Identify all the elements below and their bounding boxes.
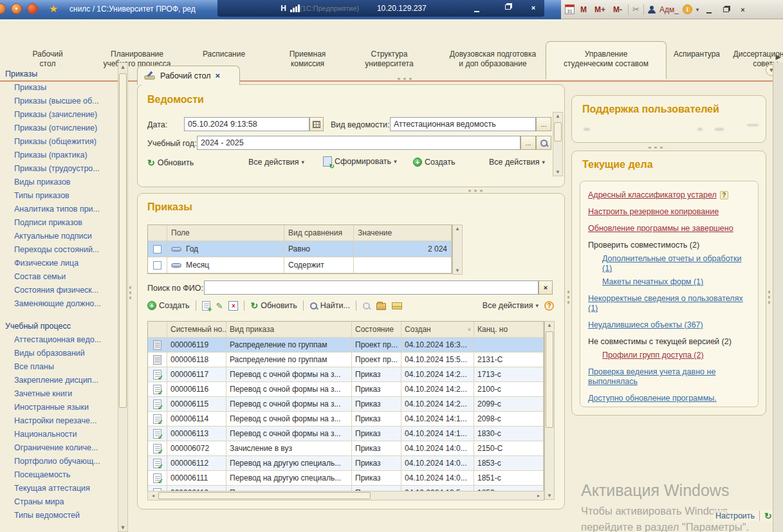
current-user-label[interactable]: Адм_ <box>659 5 679 14</box>
year-select-button[interactable]: ... <box>520 136 536 150</box>
scrollbar-thumb[interactable] <box>158 492 371 499</box>
splitter-grip[interactable] <box>129 286 131 299</box>
generate-button[interactable]: Сформировать▾ <box>323 156 397 167</box>
order-row[interactable]: 000006119Распределение по группамПроект … <box>148 338 544 353</box>
todo-link[interactable]: Неудалившиеся объекты (367) <box>588 320 751 330</box>
splitter-grip[interactable] <box>567 291 569 304</box>
column-header[interactable]: Значение <box>354 225 452 241</box>
sidebar-item[interactable]: Настройки перезаче... <box>5 414 118 428</box>
todo-link[interactable]: Настроить резервное копирование <box>588 207 751 217</box>
order-row[interactable]: 000006118Распределение по группамПроект … <box>148 353 544 367</box>
sidebar-item[interactable]: Национальности <box>5 428 118 441</box>
clipboard-icon[interactable]: ✂ <box>632 5 640 14</box>
column-header[interactable]: Поле <box>167 225 284 241</box>
scroll-up-icon[interactable]: ▲ <box>453 226 462 232</box>
section-tab-7[interactable]: Управлениестуденческим составом <box>546 41 667 79</box>
sidebar-item[interactable]: Приказы (отчисление) <box>5 122 118 135</box>
scroll-up-icon[interactable]: ▲ <box>553 113 562 119</box>
scroll-left-icon[interactable]: ◂ <box>149 491 158 500</box>
calc-m-button[interactable]: M <box>578 5 589 14</box>
order-row[interactable]: 000006116Перевод с очной формы на з...Пр… <box>148 382 544 397</box>
tab-overflow-arrow-icon[interactable]: ▶ <box>776 53 781 61</box>
checkbox[interactable] <box>153 261 161 270</box>
remote-minimize-button[interactable] <box>470 5 484 12</box>
calendar-icon[interactable]: 31 <box>565 5 575 14</box>
scroll-down-icon[interactable]: ▼ <box>118 524 127 531</box>
minimize-button[interactable] <box>703 6 715 14</box>
sidebar-item[interactable]: Приказы (зачисление) <box>5 108 118 122</box>
vedomost-type-input[interactable]: Аттестационная ведомость <box>390 117 536 131</box>
refresh-icon[interactable]: ↻ <box>764 511 772 521</box>
column-header[interactable]: Состояние <box>352 322 401 337</box>
create-order-button[interactable]: +Создать <box>147 301 190 310</box>
configure-button[interactable]: Настроить <box>715 511 755 520</box>
sidebar-item[interactable]: Приказы (общежития) <box>5 135 118 149</box>
workspace-tab[interactable]: Рабочий стол × <box>137 66 240 85</box>
scroll-down-icon[interactable]: ▼ <box>453 268 462 273</box>
splitter-grip[interactable] <box>398 78 412 80</box>
year-search-button[interactable] <box>536 136 551 150</box>
vedomost-type-select-button[interactable]: ... <box>536 117 551 131</box>
sidebar-item[interactable]: Виды образований <box>5 347 118 360</box>
sidebar-item[interactable]: Приказы (практика) <box>5 149 118 162</box>
sidebar-item[interactable]: Текущая аттестация <box>5 482 118 495</box>
order-row[interactable]: 000006117Перевод с очной формы на з...Пр… <box>148 367 544 382</box>
date-input[interactable]: 05.10.2024 9:13:58 <box>184 117 309 131</box>
checkbox[interactable] <box>153 245 161 253</box>
order-row[interactable]: 000006111Перевод на другую специаль...Пр… <box>148 471 544 486</box>
filter-row[interactable]: МесяцСодержит <box>148 257 452 273</box>
copy-item-icon[interactable] <box>202 301 210 311</box>
todo-link[interactable]: Проверка ведения учета давно не выполнял… <box>588 367 751 387</box>
mail-icon[interactable] <box>392 302 402 309</box>
sidebar-item[interactable]: Актуальные подписи <box>5 230 118 243</box>
section-tab-8[interactable]: Аспирантура <box>669 44 724 82</box>
todo-link[interactable]: Некорректные сведения о пользователях (1… <box>588 294 751 313</box>
chevron-down-icon[interactable]: ▾ <box>696 6 699 13</box>
sidebar-item[interactable]: Состояния физическ... <box>5 284 118 297</box>
column-header[interactable]: Вид сравнения <box>284 225 354 241</box>
main-menu-button[interactable] <box>0 3 6 14</box>
todo-link[interactable]: Дополнительные отчеты и обработки (1) <box>602 254 751 273</box>
column-header[interactable]: Создан ≡ <box>401 322 474 337</box>
sidebar-item[interactable]: Переходы состояний... <box>5 243 118 257</box>
order-row[interactable]: 000006115Перевод с очной формы на з...Пр… <box>148 397 544 412</box>
scroll-down-icon[interactable]: ▼ <box>545 493 554 499</box>
all-actions-button-2[interactable]: Все действия▾ <box>489 158 545 167</box>
scrollbar-thumb[interactable] <box>546 331 553 428</box>
help-icon[interactable]: ? <box>544 301 554 311</box>
menu-dropdown-button[interactable]: ▾ <box>11 3 22 14</box>
order-row[interactable]: 000006113Перевод с очной формы на з...Пр… <box>148 427 544 441</box>
favorites-star-icon[interactable]: ★ <box>49 3 58 15</box>
info-icon[interactable]: i <box>683 5 692 14</box>
splitter-grip[interactable] <box>649 147 663 149</box>
order-row[interactable]: 000006112Перевод на другую специаль...Пр… <box>148 456 544 471</box>
remote-restore-button[interactable] <box>501 3 515 11</box>
todo-link[interactable]: Доступно обновление программы. <box>588 394 751 403</box>
window-scrollbar[interactable] <box>773 62 783 532</box>
splitter-grip[interactable] <box>468 190 483 192</box>
sidebar-item[interactable]: Физические лица <box>5 257 118 270</box>
sidebar-item[interactable]: Типы приказов <box>5 189 118 203</box>
todo-link[interactable]: Обновление программы не завершено <box>588 224 751 234</box>
sidebar-item[interactable]: Приказы (высшее об... <box>5 95 118 108</box>
cancel-search-icon[interactable] <box>362 302 371 310</box>
search-fio-input[interactable] <box>204 280 539 295</box>
sidebar-item[interactable]: Ограничение количе... <box>5 441 118 455</box>
delete-icon[interactable]: × <box>228 301 238 311</box>
sidebar-item[interactable]: Аттестационная ведо... <box>5 333 118 347</box>
sidebar-scrollbar[interactable]: ▲ ▼ <box>118 62 128 532</box>
todo-link[interactable]: Профили групп доступа (2) <box>602 351 751 360</box>
sidebar-item[interactable]: Аналитика типов при... <box>5 203 118 216</box>
sidebar-item[interactable]: Состав семьи <box>5 270 118 284</box>
calc-m-minus-button[interactable]: M- <box>611 5 624 14</box>
order-row[interactable]: 000006114Перевод с очной формы на з...Пр… <box>148 412 544 427</box>
sidebar-item[interactable]: Посещаемость <box>5 468 118 482</box>
orders-scrollbar[interactable]: ▲ ▼ <box>544 321 555 500</box>
scrollbar-thumb[interactable] <box>554 122 562 142</box>
orders-hscrollbar[interactable]: ◂ ▸ <box>147 491 544 500</box>
orders-all-actions-button[interactable]: Все действия▾ <box>483 301 539 310</box>
refresh-button[interactable]: ↻ Обновить <box>147 158 194 168</box>
column-header[interactable]: Канц. но <box>474 322 544 337</box>
section-tab-4[interactable]: Приемнаякомиссия <box>272 44 344 82</box>
sidebar-item[interactable]: Иностранные языки <box>5 401 118 414</box>
